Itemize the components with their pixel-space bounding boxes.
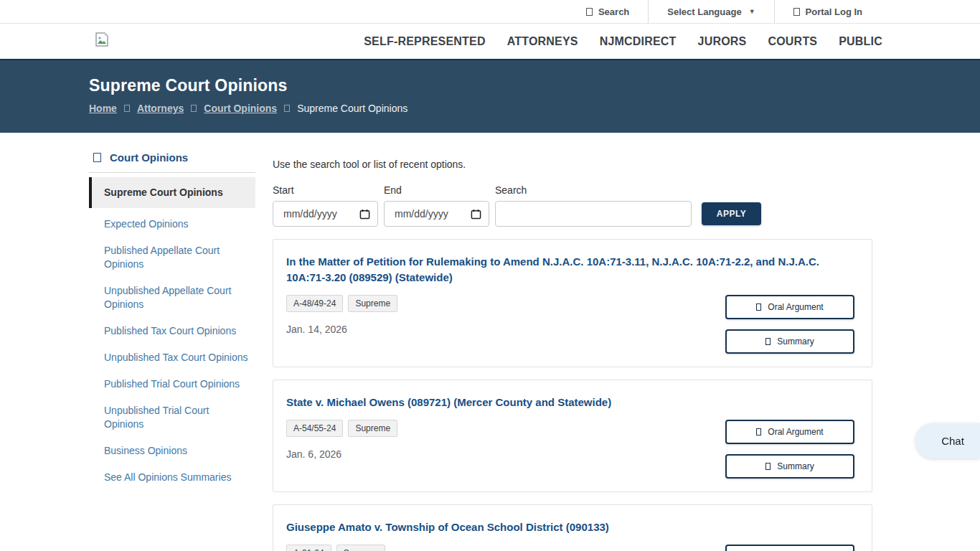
card-actions: Oral Argument — [725, 545, 854, 551]
apply-wrap: APPLY — [702, 184, 761, 227]
end-date-placeholder: mm/dd/yyyy — [395, 208, 448, 220]
nav-item-njmcdirect[interactable]: NJMCDIRECT — [600, 35, 677, 48]
sidebar-header: Court Opinions — [89, 147, 255, 173]
card-meta: A-48/49-24 Supreme Jan. 14, 2026 — [286, 295, 397, 354]
summary-button[interactable]: Summary — [725, 329, 854, 354]
nav-item-jurors[interactable]: JURORS — [698, 35, 747, 48]
opinion-title-link[interactable]: State v. Michael Owens (089721) (Mercer … — [286, 395, 854, 410]
court-badge: Supreme — [336, 545, 386, 551]
opinion-title-link[interactable]: In the Matter of Petition for Rulemaking… — [286, 254, 854, 286]
calendar-icon[interactable] — [471, 209, 481, 220]
sidebar-item-published-trial[interactable]: Published Trial Court Opinions — [89, 371, 255, 397]
search-input[interactable] — [496, 202, 691, 226]
page-hero: Supreme Court Opinions Home Attorneys Co… — [0, 60, 980, 133]
sidebar-item-published-tax[interactable]: Published Tax Court Opinions — [89, 318, 255, 344]
opinion-card: State v. Michael Owens (089721) (Mercer … — [273, 380, 872, 492]
opinion-date: Jan. 14, 2026 — [286, 324, 397, 335]
utility-search-label: Search — [598, 6, 629, 17]
card-actions: Oral Argument Summary — [725, 295, 854, 354]
search-group: Search — [495, 184, 692, 227]
sidebar-item-unpublished-trial[interactable]: Unpublished Trial Court Opinions — [89, 397, 255, 438]
oral-argument-label: Oral Argument — [768, 427, 823, 437]
card-meta: A-54/55-24 Supreme Jan. 6, 2026 — [286, 420, 397, 479]
nav-item-self-represented[interactable]: SELF-REPRESENTED — [364, 35, 485, 48]
page-title: Supreme Court Opinions — [89, 76, 980, 95]
breadcrumb-home[interactable]: Home — [89, 103, 117, 114]
court-opinions-icon — [93, 153, 101, 162]
utility-bar: Search Select Language ▼ Portal Log In — [0, 0, 980, 24]
oral-argument-icon — [756, 303, 761, 311]
card-body: A-54/55-24 Supreme Jan. 6, 2026 Oral Arg… — [286, 420, 854, 479]
filter-row: Start mm/dd/yyyy End mm/dd/yyyy — [273, 184, 872, 227]
portal-login-button[interactable]: Portal Log In — [774, 0, 881, 23]
sidebar-item-see-all-summaries[interactable]: See All Opinions Summaries — [89, 464, 255, 491]
badge-row: A-54/55-24 Supreme — [286, 420, 397, 437]
nav-item-courts[interactable]: COURTS — [768, 35, 817, 48]
breadcrumb-attorneys[interactable]: Attorneys — [137, 103, 184, 114]
start-date-placeholder: mm/dd/yyyy — [283, 208, 337, 220]
nav-item-public[interactable]: PUBLIC — [839, 35, 882, 48]
content-area: Court Opinions Supreme Court Opinions Ex… — [0, 133, 980, 551]
broken-image-logo-icon[interactable] — [95, 32, 108, 47]
court-badge: Supreme — [348, 420, 397, 437]
language-selector-label: Select Language — [667, 6, 741, 17]
start-date-input[interactable]: mm/dd/yyyy — [273, 201, 378, 227]
card-body: A-31-24 Supreme Oral Argument — [286, 545, 854, 551]
nav-item-attorneys[interactable]: ATTORNEYS — [507, 35, 578, 48]
docket-badge: A-54/55-24 — [286, 420, 343, 437]
search-input-wrap — [495, 201, 692, 227]
nav-links: SELF-REPRESENTED ATTORNEYS NJMCDIRECT JU… — [364, 35, 882, 48]
breadcrumb-separator-icon — [124, 105, 130, 112]
sidebar-item-unpublished-appellate[interactable]: Unpublished Appellate Court Opinions — [89, 278, 255, 318]
main-panel: Use the search tool or list of recent op… — [273, 133, 872, 551]
oral-argument-button[interactable]: Oral Argument — [725, 420, 854, 444]
sidebar-item-supreme-court-opinions[interactable]: Supreme Court Opinions — [89, 177, 255, 208]
chevron-down-icon: ▼ — [749, 8, 755, 15]
sidebar-item-published-appellate[interactable]: Published Appellate Court Opinions — [89, 237, 255, 278]
language-selector[interactable]: Select Language ▼ — [648, 0, 773, 23]
court-badge: Supreme — [348, 295, 397, 312]
search-label: Search — [495, 184, 692, 196]
summary-label: Summary — [777, 461, 814, 471]
search-icon — [586, 8, 593, 16]
end-date-input[interactable]: mm/dd/yyyy — [384, 201, 489, 227]
utility-search-button[interactable]: Search — [567, 0, 648, 23]
sidebar-item-expected-opinions[interactable]: Expected Opinions — [89, 211, 255, 237]
calendar-icon[interactable] — [359, 209, 370, 220]
summary-label: Summary — [777, 336, 814, 347]
oral-argument-button[interactable]: Oral Argument — [725, 545, 854, 551]
apply-button[interactable]: APPLY — [702, 202, 761, 225]
start-date-label: Start — [273, 184, 378, 196]
badge-row: A-31-24 Supreme — [286, 545, 385, 551]
opinion-card: In the Matter of Petition for Rulemaking… — [273, 239, 872, 367]
chat-button[interactable]: Chat — [915, 423, 980, 458]
opinion-card: Giuseppe Amato v. Township of Ocean Scho… — [273, 504, 872, 551]
card-actions: Oral Argument Summary — [725, 420, 854, 479]
breadcrumb-current: Supreme Court Opinions — [297, 103, 407, 114]
start-date-group: Start mm/dd/yyyy — [273, 184, 378, 227]
end-date-label: End — [384, 184, 489, 196]
breadcrumb: Home Attorneys Court Opinions Supreme Co… — [89, 103, 980, 114]
opinion-date: Jan. 6, 2026 — [286, 448, 397, 460]
portal-login-icon — [793, 8, 800, 16]
summary-button[interactable]: Summary — [725, 454, 854, 479]
breadcrumb-separator-icon — [284, 105, 290, 112]
intro-text: Use the search tool or list of recent op… — [273, 159, 872, 170]
sidebar-header-label: Court Opinions — [110, 151, 188, 164]
breadcrumb-separator-icon — [191, 105, 197, 112]
docket-badge: A-48/49-24 — [286, 295, 343, 312]
end-date-group: End mm/dd/yyyy — [384, 184, 489, 227]
portal-login-label: Portal Log In — [806, 6, 862, 17]
opinion-title-link[interactable]: Giuseppe Amato v. Township of Ocean Scho… — [286, 519, 854, 535]
main-navbar: SELF-REPRESENTED ATTORNEYS NJMCDIRECT JU… — [0, 24, 980, 60]
docket-badge: A-31-24 — [286, 545, 331, 551]
badge-row: A-48/49-24 Supreme — [286, 295, 397, 312]
summary-icon — [765, 463, 771, 470]
sidebar-item-unpublished-tax[interactable]: Unpublished Tax Court Opinions — [89, 344, 255, 371]
oral-argument-button[interactable]: Oral Argument — [725, 295, 854, 319]
card-body: A-48/49-24 Supreme Jan. 14, 2026 Oral Ar… — [286, 295, 854, 354]
breadcrumb-court-opinions[interactable]: Court Opinions — [204, 103, 277, 114]
sidebar-item-business-opinions[interactable]: Business Opinions — [89, 438, 255, 464]
summary-icon — [765, 338, 771, 345]
chat-label: Chat — [941, 435, 964, 447]
